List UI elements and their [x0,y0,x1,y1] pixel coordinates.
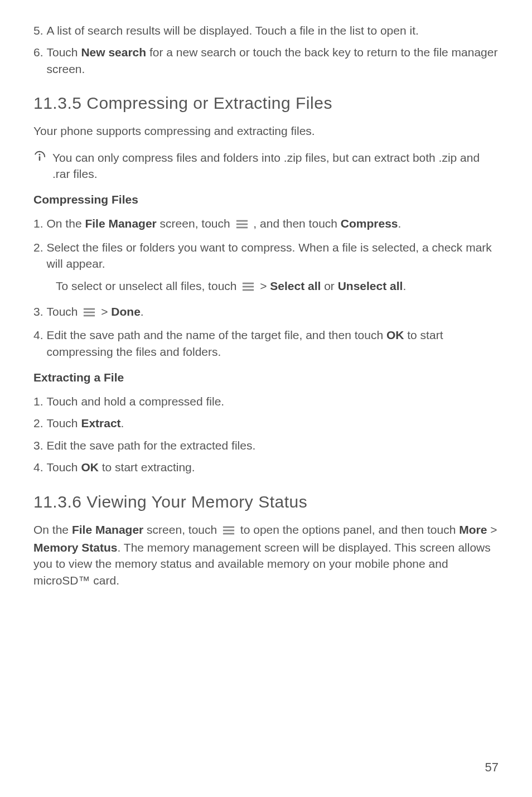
step-text: On the File Manager screen, touch , and … [47,215,499,233]
extract-step-2: 2. Touch Extract. [33,415,499,431]
menu-icon [223,523,235,539]
step-text: Select the files or folders you want to … [47,239,499,272]
file-manager-label: File Manager [85,217,156,230]
svg-rect-2 [236,220,247,222]
compress-label: Compress [341,217,398,230]
note-block: You can only compress files and folders … [33,149,499,182]
step-number: 3. [33,303,47,321]
step-number: 6. [33,44,47,77]
svg-rect-9 [84,312,95,313]
extract-step-3: 3. Edit the save path for the extracted … [33,437,499,453]
nested-note: To select or unselect all files, touch >… [56,278,499,296]
extracting-heading: Extracting a File [33,371,499,384]
step-text: Edit the save path and the name of the t… [47,327,499,360]
note-text: You can only compress files and folders … [52,149,499,182]
step-number: 5. [33,22,47,38]
new-search-label: New search [81,46,146,59]
menu-icon [83,305,95,321]
section-11-3-5-heading: 11.3.5 Compressing or Extracting Files [33,94,499,113]
section-intro: Your phone supports compressing and extr… [33,123,499,139]
step-5: 5. A list of search results will be disp… [33,22,499,38]
alert-icon [33,151,46,167]
section-11-3-6-heading: 11.3.6 Viewing Your Memory Status [33,492,499,511]
ok-label: OK [386,329,404,341]
svg-rect-4 [236,227,247,229]
compress-step-1: 1. On the File Manager screen, touch , a… [33,215,499,233]
svg-rect-3 [236,224,247,225]
step-text: Touch and hold a compressed file. [47,393,499,409]
step-number: 3. [33,437,47,453]
step-number: 1. [33,215,47,233]
svg-rect-1 [39,156,41,161]
extract-step-4: 4. Touch OK to start extracting. [33,459,499,475]
step-number: 2. [33,415,47,431]
step-text: Edit the save path for the extracted fil… [47,437,499,453]
svg-rect-12 [223,529,234,531]
compress-step-4: 4. Edit the save path and the name of th… [33,327,499,360]
svg-rect-11 [223,526,234,528]
svg-point-0 [39,153,41,155]
compress-step-2: 2. Select the files or folders you want … [33,239,499,272]
step-number: 2. [33,239,47,272]
step-6: 6. Touch New search for a new search or … [33,44,499,77]
menu-icon [242,279,254,296]
extract-label: Extract [81,417,120,429]
svg-rect-6 [243,286,254,287]
compressing-heading: Compressing Files [33,193,499,206]
svg-rect-10 [84,315,95,316]
unselect-all-label: Unselect all [338,279,403,292]
step-text: Touch OK to start extracting. [47,459,499,475]
svg-rect-13 [223,533,234,534]
step-text: Touch > Done. [47,303,499,321]
done-label: Done [111,305,141,318]
page-number: 57 [485,760,499,775]
svg-rect-5 [243,282,254,284]
file-manager-label: File Manager [72,523,143,536]
step-number: 1. [33,393,47,409]
compress-step-3: 3. Touch > Done. [33,303,499,321]
step-text: Touch New search for a new search or tou… [47,44,499,77]
step-number: 4. [33,327,47,360]
menu-icon [236,217,248,233]
memory-status-label: Memory Status [33,541,118,554]
step-text: A list of search results will be display… [47,22,499,38]
svg-rect-8 [84,308,95,310]
svg-rect-7 [243,289,254,291]
step-number: 4. [33,459,47,475]
extract-step-1: 1. Touch and hold a compressed file. [33,393,499,409]
more-label: More [459,523,487,536]
ok-label: OK [81,461,99,474]
step-text: Touch Extract. [47,415,499,431]
select-all-label: Select all [270,279,321,292]
section-11-3-6-para: On the File Manager screen, touch to ope… [33,521,499,589]
